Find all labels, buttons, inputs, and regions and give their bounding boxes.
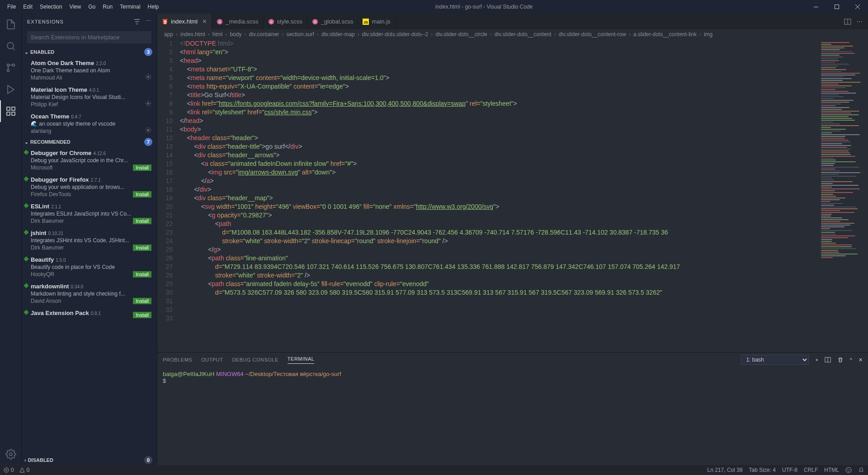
extension-item[interactable]: Beautify1.5.0 Beautify code in place for… bbox=[22, 254, 157, 280]
code-editor[interactable]: 1234567891011121314151617181920212223242… bbox=[157, 39, 868, 352]
menu-go[interactable]: Go bbox=[85, 1, 99, 13]
extension-item[interactable]: Ocean Theme0.4.7 🌊 an ocean style theme … bbox=[22, 110, 157, 137]
install-button[interactable]: Install bbox=[133, 298, 151, 304]
status-eol[interactable]: CRLF bbox=[804, 467, 818, 473]
status-warnings[interactable]: 0 bbox=[19, 467, 30, 473]
breadcrumb[interactable]: app›index.html›html›body›div.container›s… bbox=[157, 29, 868, 39]
panel-tab-debug[interactable]: DEBUG CONSOLE bbox=[232, 357, 278, 362]
maximize-panel-icon[interactable]: ^ bbox=[850, 357, 852, 362]
menu-view[interactable]: View bbox=[66, 1, 85, 13]
editor-tab[interactable]: S_media.scss bbox=[212, 14, 263, 29]
menu-help[interactable]: Help bbox=[144, 1, 163, 13]
install-button[interactable]: Install bbox=[133, 245, 151, 251]
extension-description: Material Design Icons for Visual Studi..… bbox=[31, 94, 151, 100]
svg-rect-1 bbox=[835, 5, 839, 9]
breadcrumb-item[interactable]: section.surf bbox=[287, 31, 314, 38]
extensions-icon[interactable] bbox=[0, 100, 22, 122]
breadcrumb-item[interactable]: div.slider-dots__circle bbox=[435, 31, 487, 38]
status-errors[interactable]: 0 bbox=[4, 467, 14, 473]
status-language[interactable]: HTML bbox=[824, 467, 839, 473]
menu-selection[interactable]: Selection bbox=[36, 1, 66, 13]
breadcrumb-item[interactable]: div.slider-dots__content-row bbox=[559, 31, 626, 38]
settings-icon[interactable] bbox=[0, 443, 22, 465]
filter-icon[interactable] bbox=[133, 18, 141, 25]
terminal-selector[interactable]: 1: bash bbox=[741, 355, 809, 365]
breadcrumb-item[interactable]: div.container bbox=[249, 31, 279, 38]
panel-tab-problems[interactable]: PROBLEMS bbox=[163, 357, 192, 362]
status-feedback-icon[interactable] bbox=[845, 467, 852, 473]
install-button[interactable]: Install bbox=[133, 312, 151, 318]
recommended-extensions-list: Debugger for Chrome4.12.6 Debug your Jav… bbox=[22, 147, 157, 455]
menu-edit[interactable]: Edit bbox=[19, 1, 36, 13]
menu-run[interactable]: Run bbox=[99, 1, 116, 13]
activity-bar bbox=[0, 14, 22, 465]
run-debug-icon[interactable] bbox=[0, 79, 22, 100]
editor-tab[interactable]: JSmain.js bbox=[358, 14, 395, 29]
terminal-content[interactable]: baiga@PeIIIaJIKuH MINGW64 ~/Desktop/Тест… bbox=[157, 367, 868, 465]
close-tab-icon[interactable]: ✕ bbox=[202, 18, 207, 25]
extension-publisher: alanlang bbox=[31, 128, 151, 134]
file-icon: S bbox=[312, 19, 318, 25]
split-editor-icon[interactable] bbox=[844, 18, 851, 25]
minimize-button[interactable] bbox=[806, 0, 826, 14]
install-button[interactable]: Install bbox=[133, 165, 151, 171]
status-cursor[interactable]: Ln 217, Col 38 bbox=[708, 467, 743, 473]
close-panel-icon[interactable]: ✕ bbox=[859, 357, 863, 363]
extension-item[interactable]: Java Extension Pack0.8.1 Install bbox=[22, 307, 157, 321]
editor-tab[interactable]: Sstyle.scss bbox=[264, 14, 307, 29]
extension-item[interactable]: markdownlint0.34.0 Markdown linting and … bbox=[22, 280, 157, 307]
extension-item[interactable]: Material Icon Theme4.0.1 Material Design… bbox=[22, 84, 157, 110]
title-bar: File Edit Selection View Go Run Terminal… bbox=[0, 0, 868, 14]
close-button[interactable] bbox=[847, 0, 868, 14]
maximize-button[interactable] bbox=[826, 0, 847, 14]
panel-tab-output[interactable]: OUTPUT bbox=[201, 357, 223, 362]
more-icon[interactable]: ⋯ bbox=[146, 18, 151, 25]
gear-icon[interactable] bbox=[145, 127, 151, 133]
extension-name: jshint bbox=[31, 230, 47, 236]
explorer-icon[interactable] bbox=[0, 14, 22, 35]
breadcrumb-item[interactable]: div.slider-dots__content bbox=[495, 31, 552, 38]
extension-name: markdownlint bbox=[31, 283, 69, 290]
status-tab-size[interactable]: Tab Size: 4 bbox=[749, 467, 776, 473]
source-control-icon[interactable] bbox=[0, 57, 22, 79]
breadcrumb-item[interactable]: html bbox=[212, 31, 223, 38]
split-terminal-icon[interactable] bbox=[825, 357, 831, 363]
install-button[interactable]: Install bbox=[133, 218, 151, 224]
search-extensions-input[interactable] bbox=[27, 31, 151, 43]
status-notifications-icon[interactable] bbox=[858, 467, 864, 473]
breadcrumb-item[interactable]: a.slider-dots__content-link bbox=[633, 31, 697, 38]
code-content[interactable]: <!DOCTYPE html><html lang="en"><head> <m… bbox=[180, 39, 818, 352]
file-icon: S bbox=[268, 19, 274, 25]
minimap[interactable] bbox=[818, 39, 868, 352]
gear-icon[interactable] bbox=[145, 100, 151, 107]
editor-tab[interactable]: S_global.scss bbox=[307, 14, 359, 29]
breadcrumb-item[interactable]: div.slider-map bbox=[321, 31, 355, 38]
extension-item[interactable]: ESLint2.1.1 Integrates ESLint JavaScript… bbox=[22, 200, 157, 227]
breadcrumb-item[interactable]: img bbox=[704, 31, 712, 38]
more-actions-icon[interactable]: ⋯ bbox=[857, 18, 863, 25]
breadcrumb-item[interactable]: div.slider-dots.slider-dots--2 bbox=[362, 31, 429, 38]
install-button[interactable]: Install bbox=[133, 271, 151, 277]
kill-terminal-icon[interactable] bbox=[837, 357, 844, 363]
search-icon[interactable] bbox=[0, 35, 22, 57]
extension-item[interactable]: Atom One Dark Theme2.2.0 One Dark Theme … bbox=[22, 57, 157, 84]
install-button[interactable]: Install bbox=[133, 191, 151, 198]
recommended-section-header[interactable]: ⌄ RECOMMENDED 7 bbox=[22, 137, 157, 147]
panel-tab-terminal[interactable]: TERMINAL bbox=[288, 356, 315, 364]
enabled-section-header[interactable]: ⌄ ENABLED 3 bbox=[22, 47, 157, 57]
extension-item[interactable]: Debugger for Chrome4.12.6 Debug your Jav… bbox=[22, 147, 157, 174]
editor-tab[interactable]: index.html✕ bbox=[157, 14, 212, 29]
file-icon: S bbox=[217, 19, 223, 25]
disabled-section-header[interactable]: › DISABLED 0 bbox=[22, 455, 157, 465]
extension-version: 0.4.7 bbox=[71, 114, 81, 119]
extension-item[interactable]: jshint0.10.21 Integrates JSHint into VS … bbox=[22, 227, 157, 254]
menu-file[interactable]: File bbox=[4, 1, 19, 13]
gear-icon[interactable] bbox=[145, 74, 151, 80]
extension-item[interactable]: Debugger for Firefox2.7.1 Debug your web… bbox=[22, 174, 157, 200]
status-encoding[interactable]: UTF-8 bbox=[782, 467, 797, 473]
breadcrumb-item[interactable]: app bbox=[164, 31, 173, 38]
breadcrumb-item[interactable]: index.html bbox=[180, 31, 205, 38]
menu-terminal[interactable]: Terminal bbox=[116, 1, 144, 13]
breadcrumb-item[interactable]: body bbox=[230, 31, 241, 38]
new-terminal-icon[interactable]: + bbox=[815, 357, 818, 362]
